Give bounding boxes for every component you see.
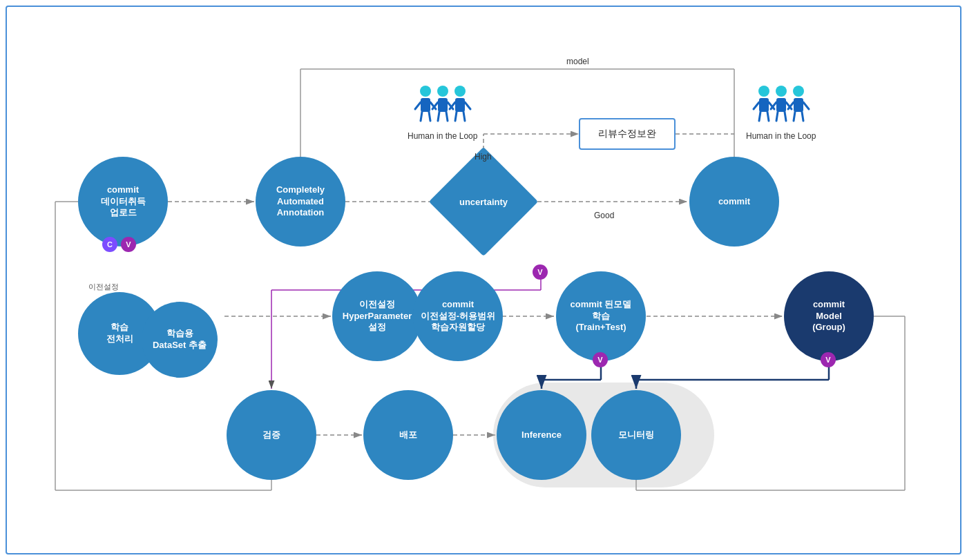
commit-model-label: commitModel(Group) [812, 299, 845, 334]
monitoring-circle: 모니터링 [591, 390, 681, 480]
badge-v-model: V [821, 352, 836, 367]
svg-line-52 [463, 112, 465, 121]
svg-point-41 [437, 86, 448, 97]
badge-v-training: V [593, 352, 608, 367]
svg-line-45 [438, 112, 439, 121]
high-label: High [475, 152, 492, 162]
inference-label: Inference [521, 429, 562, 441]
svg-point-35 [420, 86, 431, 97]
svg-line-51 [455, 112, 457, 121]
deployment-label: 배포 [399, 429, 417, 441]
svg-line-37 [415, 102, 421, 109]
svg-line-58 [767, 112, 769, 121]
svg-line-63 [776, 112, 778, 121]
commit-model-circle: commitModel(Group) [784, 271, 874, 361]
model-label: model [566, 57, 589, 66]
svg-rect-66 [794, 98, 803, 112]
badge-v-commit: V [121, 237, 136, 252]
automated-annotation-circle: CompletelyAutomatedAnnotation [256, 157, 345, 247]
commit-data-label: commit데이터취득업로드 [101, 184, 146, 220]
dataset-label: 학습용DataSet 추출 [153, 328, 207, 351]
svg-point-47 [454, 86, 466, 97]
hyperparam-label: 이전설정HyperParameter설정 [343, 299, 412, 334]
human-loop-left: Human in the Loop [408, 83, 477, 141]
inference-circle: Inference [497, 390, 586, 480]
svg-line-40 [429, 112, 430, 121]
uncertainty-diamond-container: uncertainty [445, 163, 522, 240]
preprocessing-label: 학습전처리 [106, 322, 133, 345]
svg-rect-48 [455, 98, 465, 112]
svg-line-46 [446, 112, 448, 121]
svg-line-55 [754, 102, 759, 109]
commit-settings-circle: commit이전설정-허용범위학습자원할당 [413, 271, 503, 361]
commit-right-circle: commit [689, 157, 779, 247]
human-loop-right-label: Human in the Loop [746, 131, 816, 141]
verification-circle: 검증 [227, 390, 316, 480]
commit-right-label: commit [718, 196, 750, 208]
model-training-circle: commit 된모델학습(Train+Test) [556, 271, 646, 361]
model-training-label: commit 된모델학습(Train+Test) [571, 299, 632, 334]
badge-c: C [102, 237, 117, 252]
svg-line-57 [759, 112, 760, 121]
uncertainty-label: uncertainty [445, 163, 522, 240]
svg-rect-36 [421, 98, 430, 112]
svg-rect-60 [776, 98, 786, 112]
svg-line-70 [802, 112, 803, 121]
human-loop-left-label: Human in the Loop [408, 131, 477, 141]
svg-point-53 [758, 86, 769, 97]
svg-rect-42 [438, 98, 448, 112]
badge-v-row2: V [533, 264, 548, 280]
commit-data-circle: commit데이터취득업로드 [78, 157, 168, 247]
review-box: 리뷰수정보완 [579, 118, 676, 150]
svg-line-39 [421, 112, 422, 121]
diagram-canvas: model [0, 0, 967, 560]
svg-point-59 [776, 86, 787, 97]
dataset-circle: 학습용DataSet 추출 [142, 302, 218, 378]
svg-line-64 [785, 112, 786, 121]
good-label: Good [594, 211, 614, 220]
human-loop-right: Human in the Loop [746, 83, 816, 141]
svg-line-69 [794, 112, 795, 121]
sub-label-preprocessing: 이전설정 [88, 282, 119, 292]
automated-annotation-label: CompletelyAutomatedAnnotation [276, 184, 325, 220]
commit-settings-label: commit이전설정-허용범위학습자원할당 [421, 299, 495, 334]
verification-label: 검증 [262, 429, 280, 441]
svg-line-50 [465, 102, 470, 109]
svg-point-65 [793, 86, 804, 97]
review-box-label: 리뷰수정보완 [598, 128, 656, 140]
hyperparam-circle: 이전설정HyperParameter설정 [332, 271, 422, 361]
svg-rect-54 [759, 98, 769, 112]
deployment-circle: 배포 [363, 390, 453, 480]
svg-line-68 [803, 102, 809, 109]
monitoring-label: 모니터링 [618, 429, 654, 441]
